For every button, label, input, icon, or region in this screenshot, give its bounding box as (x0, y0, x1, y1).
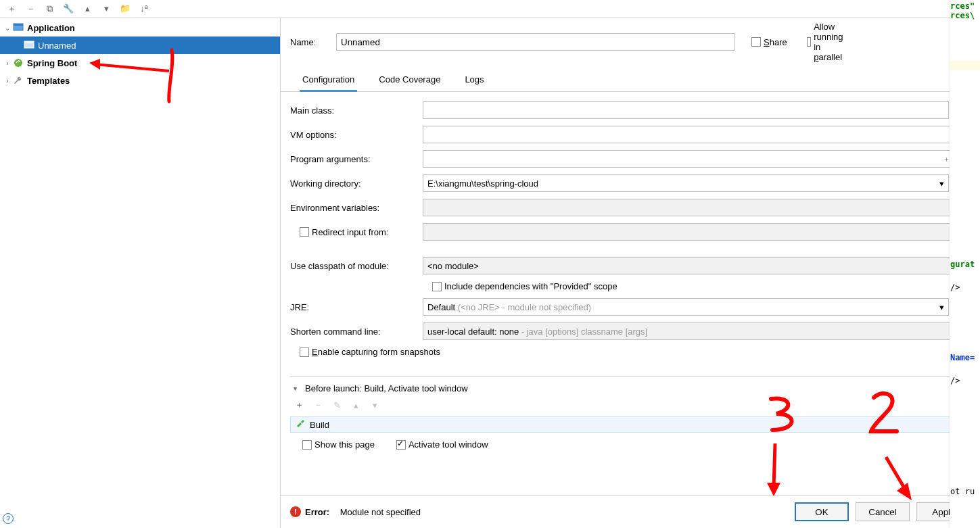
dropdown-icon: ▾ (939, 302, 944, 312)
expand-icon[interactable]: ⤢ (957, 128, 971, 141)
top-toolbar: ＋ － ⧉ 🔧 ▴ ▾ 📁 ↓ª (0, 0, 980, 18)
dropdown-icon: ▾ (939, 178, 944, 189)
activate-window-checkbox[interactable]: Activate tool window (396, 439, 488, 450)
tree-label-application: Application (27, 23, 75, 33)
label-work-dir: Working directory: (290, 178, 423, 189)
up-icon[interactable]: ▴ (81, 3, 93, 15)
include-provided-checkbox[interactable]: Include dependencies with "Provided" sco… (432, 281, 617, 291)
tab-code-coverage[interactable]: Code Coverage (376, 70, 443, 91)
expand-icon[interactable]: ⌄ (3, 24, 12, 32)
shorten-select[interactable]: user-local default: none - java [options… (423, 322, 971, 340)
tree-node-templates[interactable]: › Templates (0, 72, 280, 89)
tab-configuration[interactable]: Configuration (300, 70, 357, 92)
name-label: Name: (290, 37, 329, 47)
cancel-button[interactable]: Cancel (856, 502, 910, 521)
error-message: ! Error: Module not specified (290, 506, 421, 517)
label-redirect: Redirect input from: (290, 227, 423, 237)
sort-icon[interactable]: ↓ª (138, 3, 150, 15)
parallel-checkbox[interactable]: Allow running in parallel (807, 22, 846, 62)
svg-rect-3 (24, 41, 34, 43)
classpath-select[interactable]: <no module>▾ (423, 257, 971, 274)
svg-rect-1 (14, 24, 23, 26)
folder-icon[interactable]: 📁 (957, 201, 971, 214)
tab-logs[interactable]: Logs (462, 70, 486, 91)
before-launch-section: ▾Before launch: Build, Activate tool win… (290, 376, 971, 456)
share-checkbox[interactable]: Share (751, 37, 791, 47)
env-vars-input[interactable] (423, 199, 969, 216)
redirect-checkbox[interactable]: Redirect input from: (300, 227, 423, 237)
label-shorten: Shorten command line: (290, 327, 423, 337)
name-input[interactable] (336, 33, 735, 51)
tree-node-spring-boot[interactable]: › Spring Boot (0, 54, 280, 72)
form-area: Main class: … VM options: ⤢ Program argu… (281, 92, 980, 495)
add-icon[interactable]: ＋ (293, 399, 305, 411)
show-page-checkbox[interactable]: Show this page (302, 439, 375, 450)
browse-jre-button[interactable]: … (953, 298, 971, 316)
ok-button[interactable]: OK (795, 502, 849, 521)
spring-icon (12, 57, 24, 68)
help-icon[interactable]: ? (3, 513, 14, 524)
wrench-icon (12, 75, 24, 86)
name-row: Name: Share Allow running in parallel (281, 18, 980, 68)
enable-snapshots-checkbox[interactable]: Enable capturing form snapshots (300, 347, 440, 357)
error-icon: ! (290, 506, 301, 517)
label-vm-options: VM options: (290, 130, 423, 140)
vm-options-input[interactable] (423, 126, 969, 143)
label-jre: JRE: (290, 302, 423, 312)
expand-icon[interactable]: ⤢ (957, 152, 971, 166)
app-icon (12, 22, 24, 33)
down-icon[interactable]: ▾ (100, 3, 112, 15)
tree-label-spring: Spring Boot (27, 58, 77, 68)
work-dir-input[interactable]: E:\xiangmu\test\spring-cloud▾ (423, 174, 949, 192)
label-main-class: Main class: (290, 105, 423, 116)
before-launch-header[interactable]: ▾Before launch: Build, Activate tool win… (290, 383, 971, 393)
main-class-input[interactable] (423, 101, 949, 119)
main-layout: ⌄ Application Unnamed › Spring Boot › Te… (0, 18, 980, 528)
app-icon (23, 40, 35, 51)
remove-icon[interactable]: － (312, 399, 324, 411)
down-icon[interactable]: ▾ (369, 399, 381, 411)
tree-node-unnamed[interactable]: Unnamed (0, 37, 280, 54)
apply-button[interactable]: Apply (916, 502, 971, 521)
redirect-input (423, 223, 969, 241)
add-icon[interactable]: ＋ (5, 3, 18, 15)
copy-icon[interactable]: ⧉ (43, 3, 55, 15)
folder-icon[interactable]: 📁 (119, 3, 131, 15)
browse-main-class-button[interactable]: … (953, 101, 971, 119)
label-classpath: Use classpath of module: (290, 261, 423, 271)
label-env-vars: Environment variables: (290, 203, 423, 213)
browse-work-dir-button[interactable]: … (953, 174, 971, 192)
plus-icon[interactable]: ＋ (939, 152, 953, 166)
tree-label-templates: Templates (27, 76, 70, 86)
svg-point-4 (14, 59, 22, 67)
tree-label-unnamed: Unnamed (38, 41, 76, 51)
collapse-icon[interactable]: › (3, 77, 12, 85)
hammer-icon (295, 419, 306, 430)
label-prog-args: Program arguments: (290, 154, 423, 164)
footer: ! Error: Module not specified OK Cancel … (281, 495, 980, 528)
edit-icon[interactable]: ✎ (331, 399, 343, 411)
tabs: Configuration Code Coverage Logs (281, 68, 980, 92)
folder-icon: 📁 (957, 225, 971, 239)
dropdown-icon: ▾ (961, 327, 966, 337)
wrench-icon[interactable]: 🔧 (62, 3, 74, 15)
remove-icon[interactable]: － (24, 3, 37, 15)
before-launch-item-build[interactable]: Build (290, 416, 971, 433)
config-tree-pane: ⌄ Application Unnamed › Spring Boot › Te… (0, 18, 281, 528)
tree-node-application[interactable]: ⌄ Application (0, 19, 280, 37)
config-form-pane: Name: Share Allow running in parallel Co… (281, 18, 980, 528)
prog-args-input[interactable] (423, 150, 964, 168)
collapse-icon[interactable]: › (3, 59, 12, 67)
up-icon[interactable]: ▴ (350, 399, 362, 411)
jre-select[interactable]: Default (<no JRE> - module not specified… (423, 298, 949, 316)
dropdown-icon: ▾ (961, 261, 966, 271)
